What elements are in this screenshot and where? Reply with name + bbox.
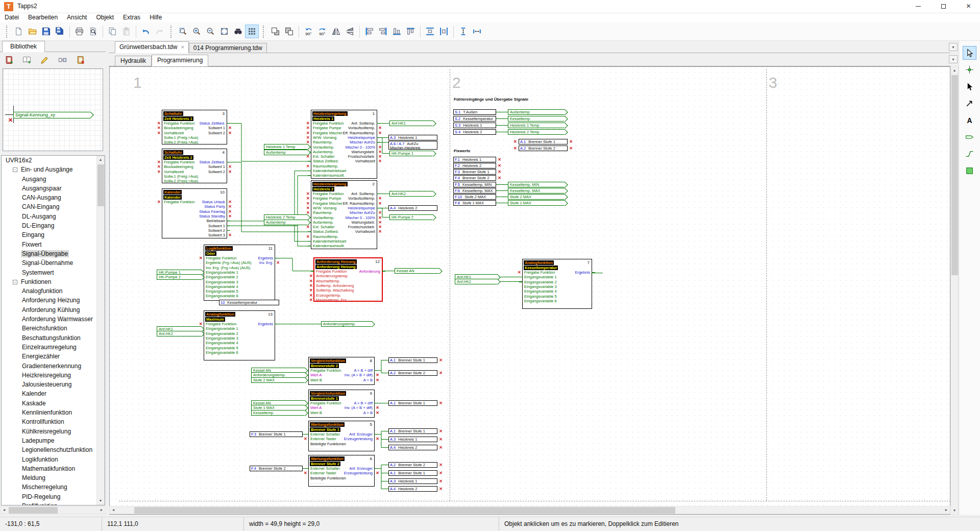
function-block-wartungsfunktion-6[interactable]: WartungsfunktionBrenner Stufe 26Externer… — [308, 455, 375, 487]
scroll-up-icon[interactable]: ▲ — [97, 156, 104, 163]
tree-item-logikfunktion[interactable]: Logikfunktion — [2, 455, 105, 464]
io-box-a-4-heizkreis-2[interactable]: A.4Heizkreis 2✕ — [388, 486, 437, 492]
function-block-heizkreisregelung-1[interactable]: HeizkreisregelungHeizkreis 11Freigabe Fu… — [311, 110, 377, 179]
library-assign-button[interactable] — [56, 53, 69, 67]
distribute-vertical-button[interactable] — [423, 25, 437, 38]
tree-item-dl-ausgang[interactable]: DL-Ausgang — [2, 212, 105, 221]
scroll-right-icon[interactable]: ► — [98, 506, 105, 514]
space-vertical-button[interactable] — [456, 25, 470, 38]
signal-tag-heizkreis-1-temp[interactable]: Heizkreis 1 Temp — [508, 123, 565, 128]
tree-item-mischerregelung[interactable]: Mischerregelung — [2, 482, 105, 492]
tree-item-analogfunktion[interactable]: Analogfunktion — [2, 286, 105, 296]
menu-objekt[interactable]: Objekt — [91, 13, 118, 22]
signal-tag-kesseltemp[interactable]: Kesseltemp — [251, 410, 305, 416]
scrollbar-thumb[interactable] — [97, 164, 104, 206]
grid-button[interactable] — [245, 25, 259, 38]
collapse-icon[interactable]: - — [13, 280, 17, 284]
signal-tag-kessel-an[interactable]: Kessel AN — [395, 268, 439, 274]
zoom-fit-button[interactable] — [217, 25, 231, 38]
menu-extras[interactable]: Extras — [118, 13, 145, 22]
signal-tag-hk-pumpe-2[interactable]: HK-Pumpe 2 — [157, 274, 202, 280]
tree-scrollbar-vertical[interactable]: ▲ ▼ — [96, 156, 105, 505]
tree-item-systemwert[interactable]: Systemwert — [2, 268, 105, 277]
tree-item-kennlinienfunktion[interactable]: Kennlinienfunktion — [2, 408, 105, 417]
signal-tag-kesseltemp[interactable]: Kesseltemp — [508, 116, 565, 122]
io-box-f-8-stufe-1-max[interactable]: F.8Stufe 1 MAX — [453, 200, 496, 206]
io-box-f-3-brenner-stufe-1[interactable]: F.3Brenner Stufe 1 — [250, 431, 303, 437]
scrollbar-thumb[interactable] — [9, 507, 58, 514]
library-new-button[interactable] — [2, 53, 16, 67]
undo-button[interactable] — [139, 25, 153, 38]
distribute-horizontal-button[interactable] — [437, 25, 451, 38]
signal-tag-anf-hk2[interactable]: Anf.HK2 — [157, 331, 202, 336]
scrollbar-thumb[interactable] — [951, 75, 958, 275]
scroll-down-icon[interactable]: ▼ — [951, 507, 958, 514]
send-to-back-button[interactable] — [282, 25, 296, 38]
maximize-button[interactable] — [932, 0, 955, 13]
function-block-analogfunktion-13[interactable]: AnalogfunktionMaximum13Freigabe Funktion… — [204, 310, 275, 360]
zoom-in-button[interactable] — [190, 25, 204, 38]
signal-tag-anf-hk2[interactable]: Anf.HK2 — [389, 191, 433, 197]
library-edit-button[interactable] — [38, 53, 52, 67]
io-box-s-2-kesseltemperatur[interactable]: S.2Kesseltemperatur — [453, 116, 496, 122]
open-button[interactable] — [26, 25, 39, 38]
signal-tag-anforderungstemp[interactable]: Anforderungstemp. — [321, 321, 372, 327]
io-box-s-1-t-außen[interactable]: S.1T.Außen — [453, 109, 496, 115]
io-box-a-3-heizkreis-1[interactable]: A.3Heizkreis 1✕ — [388, 437, 437, 442]
zoom-window-button[interactable] — [176, 25, 190, 38]
function-block-heizkreisregelung-2[interactable]: HeizkreisregelungHeizkreis 22Freigabe Fu… — [311, 180, 377, 249]
collapse-icon[interactable]: - — [13, 167, 17, 172]
rotate-right-90-button[interactable]: 90° — [315, 25, 329, 38]
function-block-anforderung-heizung-12[interactable]: Anforderung HeizungAnforderung Heizung12… — [313, 257, 383, 302]
tree-item-signal-übergabe[interactable]: Signal-Übergabe — [2, 249, 105, 258]
tree-item-kühlkreisregelung[interactable]: Kühlkreisregelung — [2, 427, 105, 436]
signal-tag-hk-pumpe-1[interactable]: HK-Pumpe 1 — [389, 151, 433, 156]
io-box-f-1-heizkreis-1[interactable]: F.1Heizkreis 1✕ — [453, 157, 496, 162]
io-box-f-4-brenner-stufe-2[interactable]: F.4Brenner Stufe 2 — [250, 466, 303, 471]
flip-vertical-button[interactable] — [343, 25, 357, 38]
view-tab-hydraulik[interactable]: Hydraulik — [115, 56, 152, 66]
tree-item-eingang[interactable]: Eingang — [2, 230, 105, 239]
tool-direct-button[interactable] — [963, 96, 976, 110]
print-preview-button[interactable] — [86, 25, 100, 38]
tool-line-button[interactable] — [963, 147, 976, 161]
io-box-s-4-heizkreis-2[interactable]: S.4Heizkreis 2 — [453, 129, 496, 135]
tree-item-fixwert[interactable]: Fixwert — [2, 240, 105, 249]
signal-tag-kesseltemp-max[interactable]: Kesseltemp. MAX — [508, 188, 565, 194]
io-box-a-4-heizkreis-2[interactable]: A.4Heizkreis 2✕ — [388, 445, 437, 450]
function-block-analogfunktion-7[interactable]: AnalogfunktionKesseltemperatur7Freigabe … — [522, 259, 592, 309]
canvas-scrollbar-vertical[interactable]: ▲ ▼ — [950, 66, 959, 515]
signal-tag-außentemp[interactable]: Außentemp — [508, 109, 565, 115]
doc-tab-grünwettersbach-tdw[interactable]: Grünwettersbach.tdw× — [115, 41, 189, 53]
signal-tag-hk-pumpe-2[interactable]: HK-Pumpe 2 — [389, 214, 433, 220]
tree-item-meldung[interactable]: Meldung — [2, 473, 105, 482]
tree-item-ladepumpe[interactable]: Ladepumpe — [2, 436, 105, 445]
minimize-button[interactable] — [906, 0, 929, 13]
copy-button[interactable] — [106, 25, 119, 38]
function-block-vergleichsfunktion-9[interactable]: VergleichsfunktionBrennerstufe 19Freigab… — [308, 390, 375, 418]
flip-horizontal-button[interactable] — [329, 25, 343, 38]
tree-item-ein-und-ausgänge[interactable]: -Ein- und Ausgänge — [2, 165, 105, 174]
canvas-scrollbar-horizontal[interactable]: ◄ ► — [109, 506, 950, 514]
tree-item-dl-eingang[interactable]: DL-Eingang — [2, 221, 105, 230]
align-left-button[interactable] — [362, 25, 376, 38]
tree-item-legionellenschutzfunktion[interactable]: Legionellenschutzfunktion — [2, 445, 105, 454]
scrollbar-thumb[interactable] — [134, 507, 675, 514]
tree-item-signal-übernahme[interactable]: Signal-Übernahme — [2, 258, 105, 268]
find-button[interactable] — [231, 25, 245, 38]
function-block-wartungsfunktion-5[interactable]: WartungsfunktionBrenner Stufe 15Externer… — [308, 421, 375, 451]
scroll-left-icon[interactable]: ◄ — [110, 506, 117, 514]
scroll-left-icon[interactable]: ◄ — [1, 506, 8, 514]
close-button[interactable]: ✕ — [957, 0, 980, 13]
tool-text-button[interactable]: A — [963, 113, 976, 127]
signal-tag-heizkreis-1-temp[interactable]: Heizkreis 1 Temp — [264, 144, 308, 150]
io-box-f-6-kesseltemp-max[interactable]: F.6Kesseltemp. MAX — [453, 188, 496, 194]
tree-item-kaskade[interactable]: Kaskade — [2, 399, 105, 408]
io-box-a-2-brenner-stufe-2[interactable]: A.2Brenner Stufe 2✕ — [388, 370, 437, 376]
io-box-a-4-heizkreis-2[interactable]: A.4Heizkreis 2 — [388, 205, 437, 211]
tree-item-pid-regelung[interactable]: PID-Regelung — [2, 492, 105, 501]
signal-tag-stufe-1-max[interactable]: Stufe 1 MAX — [508, 200, 565, 206]
tree-item-ausgangspaar[interactable]: Ausgangspaar — [2, 184, 105, 193]
io-box-a-2-brenner-stufe-2[interactable]: A.2Brenner Stufe 2✕ — [388, 462, 437, 468]
tool-pointer-button[interactable] — [963, 80, 976, 93]
